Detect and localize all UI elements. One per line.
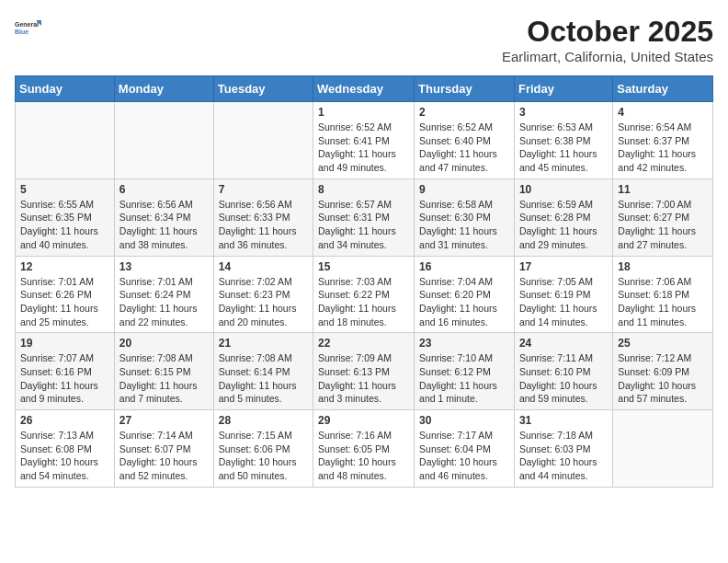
day-info: Sunrise: 7:00 AM Sunset: 6:27 PM Dayligh… <box>618 198 708 252</box>
calendar-week-row: 19Sunrise: 7:07 AM Sunset: 6:16 PM Dayli… <box>16 333 713 410</box>
day-number: 13 <box>119 260 209 273</box>
day-number: 18 <box>618 260 708 273</box>
table-row: 31Sunrise: 7:18 AM Sunset: 6:03 PM Dayli… <box>514 410 612 488</box>
table-row: 24Sunrise: 7:11 AM Sunset: 6:10 PM Dayli… <box>514 333 612 410</box>
day-number: 24 <box>519 337 608 350</box>
day-info: Sunrise: 7:17 AM Sunset: 6:04 PM Dayligh… <box>419 429 509 483</box>
table-row: 14Sunrise: 7:02 AM Sunset: 6:23 PM Dayli… <box>213 256 313 333</box>
table-row: 25Sunrise: 7:12 AM Sunset: 6:09 PM Dayli… <box>613 333 713 410</box>
day-number: 16 <box>419 260 509 273</box>
day-info: Sunrise: 7:16 AM Sunset: 6:05 PM Dayligh… <box>318 429 409 483</box>
calendar-week-row: 12Sunrise: 7:01 AM Sunset: 6:26 PM Dayli… <box>16 256 713 333</box>
day-info: Sunrise: 7:08 AM Sunset: 6:15 PM Dayligh… <box>119 351 209 406</box>
day-info: Sunrise: 6:52 AM Sunset: 6:40 PM Dayligh… <box>419 121 509 175</box>
calendar-week-row: 5Sunrise: 6:55 AM Sunset: 6:35 PM Daylig… <box>16 178 713 256</box>
day-info: Sunrise: 6:54 AM Sunset: 6:37 PM Dayligh… <box>618 121 708 175</box>
table-row: 20Sunrise: 7:08 AM Sunset: 6:15 PM Dayli… <box>114 333 213 410</box>
calendar-subtitle: Earlimart, California, United States <box>502 49 713 64</box>
table-row <box>114 102 213 179</box>
day-info: Sunrise: 7:09 AM Sunset: 6:13 PM Dayligh… <box>318 351 409 406</box>
day-number: 1 <box>318 106 409 119</box>
day-info: Sunrise: 7:02 AM Sunset: 6:23 PM Dayligh… <box>219 275 308 329</box>
table-row: 23Sunrise: 7:10 AM Sunset: 6:12 PM Dayli… <box>415 333 515 410</box>
day-info: Sunrise: 7:13 AM Sunset: 6:08 PM Dayligh… <box>20 429 109 483</box>
day-number: 5 <box>20 183 109 196</box>
table-row: 9Sunrise: 6:58 AM Sunset: 6:30 PM Daylig… <box>415 178 515 256</box>
day-info: Sunrise: 6:59 AM Sunset: 6:28 PM Dayligh… <box>519 198 608 252</box>
day-number: 26 <box>20 414 109 427</box>
svg-text:Blue: Blue <box>15 29 28 35</box>
day-info: Sunrise: 7:07 AM Sunset: 6:16 PM Dayligh… <box>20 351 109 406</box>
day-number: 2 <box>419 106 509 119</box>
col-friday: Friday <box>514 76 612 102</box>
col-thursday: Thursday <box>415 76 515 102</box>
day-number: 25 <box>618 337 708 350</box>
day-info: Sunrise: 6:57 AM Sunset: 6:31 PM Dayligh… <box>318 198 409 252</box>
table-row: 10Sunrise: 6:59 AM Sunset: 6:28 PM Dayli… <box>514 178 612 256</box>
day-info: Sunrise: 6:52 AM Sunset: 6:41 PM Dayligh… <box>318 121 409 175</box>
day-info: Sunrise: 7:01 AM Sunset: 6:24 PM Dayligh… <box>119 275 209 329</box>
day-info: Sunrise: 7:14 AM Sunset: 6:07 PM Dayligh… <box>119 429 209 483</box>
day-info: Sunrise: 7:04 AM Sunset: 6:20 PM Dayligh… <box>419 275 509 329</box>
table-row: 28Sunrise: 7:15 AM Sunset: 6:06 PM Dayli… <box>213 410 313 488</box>
day-number: 9 <box>419 183 509 196</box>
day-info: Sunrise: 7:15 AM Sunset: 6:06 PM Dayligh… <box>219 429 308 483</box>
col-wednesday: Wednesday <box>313 76 415 102</box>
table-row: 4Sunrise: 6:54 AM Sunset: 6:37 PM Daylig… <box>613 102 713 179</box>
calendar-header-row: Sunday Monday Tuesday Wednesday Thursday… <box>16 76 713 102</box>
day-number: 22 <box>318 337 409 350</box>
day-number: 23 <box>419 337 509 350</box>
day-number: 28 <box>219 414 308 427</box>
calendar-title: October 2025 <box>502 15 713 49</box>
day-info: Sunrise: 6:55 AM Sunset: 6:35 PM Dayligh… <box>20 198 109 252</box>
day-number: 29 <box>318 414 409 427</box>
table-row: 12Sunrise: 7:01 AM Sunset: 6:26 PM Dayli… <box>16 256 115 333</box>
day-number: 21 <box>219 337 308 350</box>
table-row: 29Sunrise: 7:16 AM Sunset: 6:05 PM Dayli… <box>313 410 415 488</box>
day-number: 31 <box>519 414 608 427</box>
day-number: 27 <box>119 414 209 427</box>
day-number: 3 <box>519 106 608 119</box>
table-row: 1Sunrise: 6:52 AM Sunset: 6:41 PM Daylig… <box>313 102 415 179</box>
day-info: Sunrise: 7:11 AM Sunset: 6:10 PM Dayligh… <box>519 351 608 406</box>
day-number: 4 <box>618 106 708 119</box>
page-header: GeneralBlue October 2025 Earlimart, Cali… <box>15 15 713 64</box>
day-info: Sunrise: 6:56 AM Sunset: 6:34 PM Dayligh… <box>119 198 209 252</box>
day-number: 11 <box>618 183 708 196</box>
table-row: 19Sunrise: 7:07 AM Sunset: 6:16 PM Dayli… <box>16 333 115 410</box>
day-number: 7 <box>219 183 308 196</box>
day-number: 17 <box>519 260 608 273</box>
col-tuesday: Tuesday <box>213 76 313 102</box>
calendar-week-row: 26Sunrise: 7:13 AM Sunset: 6:08 PM Dayli… <box>16 410 713 488</box>
table-row: 21Sunrise: 7:08 AM Sunset: 6:14 PM Dayli… <box>213 333 313 410</box>
table-row: 3Sunrise: 6:53 AM Sunset: 6:38 PM Daylig… <box>514 102 612 179</box>
table-row: 17Sunrise: 7:05 AM Sunset: 6:19 PM Dayli… <box>514 256 612 333</box>
day-info: Sunrise: 6:58 AM Sunset: 6:30 PM Dayligh… <box>419 198 509 252</box>
day-info: Sunrise: 7:08 AM Sunset: 6:14 PM Dayligh… <box>219 351 308 406</box>
logo-icon: GeneralBlue <box>15 15 42 42</box>
day-info: Sunrise: 6:56 AM Sunset: 6:33 PM Dayligh… <box>219 198 308 252</box>
table-row: 2Sunrise: 6:52 AM Sunset: 6:40 PM Daylig… <box>415 102 515 179</box>
day-info: Sunrise: 7:01 AM Sunset: 6:26 PM Dayligh… <box>20 275 109 329</box>
table-row: 26Sunrise: 7:13 AM Sunset: 6:08 PM Dayli… <box>16 410 115 488</box>
table-row: 18Sunrise: 7:06 AM Sunset: 6:18 PM Dayli… <box>613 256 713 333</box>
svg-text:General: General <box>15 21 39 28</box>
table-row: 5Sunrise: 6:55 AM Sunset: 6:35 PM Daylig… <box>16 178 115 256</box>
day-number: 20 <box>119 337 209 350</box>
col-saturday: Saturday <box>613 76 713 102</box>
day-info: Sunrise: 7:18 AM Sunset: 6:03 PM Dayligh… <box>519 429 608 483</box>
title-block: October 2025 Earlimart, California, Unit… <box>502 15 713 64</box>
col-monday: Monday <box>114 76 213 102</box>
calendar-table: Sunday Monday Tuesday Wednesday Thursday… <box>15 75 713 488</box>
table-row: 16Sunrise: 7:04 AM Sunset: 6:20 PM Dayli… <box>415 256 515 333</box>
col-sunday: Sunday <box>16 76 115 102</box>
day-info: Sunrise: 6:53 AM Sunset: 6:38 PM Dayligh… <box>519 121 608 175</box>
logo: GeneralBlue <box>15 15 42 42</box>
day-number: 6 <box>119 183 209 196</box>
table-row: 8Sunrise: 6:57 AM Sunset: 6:31 PM Daylig… <box>313 178 415 256</box>
calendar-week-row: 1Sunrise: 6:52 AM Sunset: 6:41 PM Daylig… <box>16 102 713 179</box>
day-number: 30 <box>419 414 509 427</box>
table-row: 7Sunrise: 6:56 AM Sunset: 6:33 PM Daylig… <box>213 178 313 256</box>
day-number: 12 <box>20 260 109 273</box>
day-info: Sunrise: 7:05 AM Sunset: 6:19 PM Dayligh… <box>519 275 608 329</box>
